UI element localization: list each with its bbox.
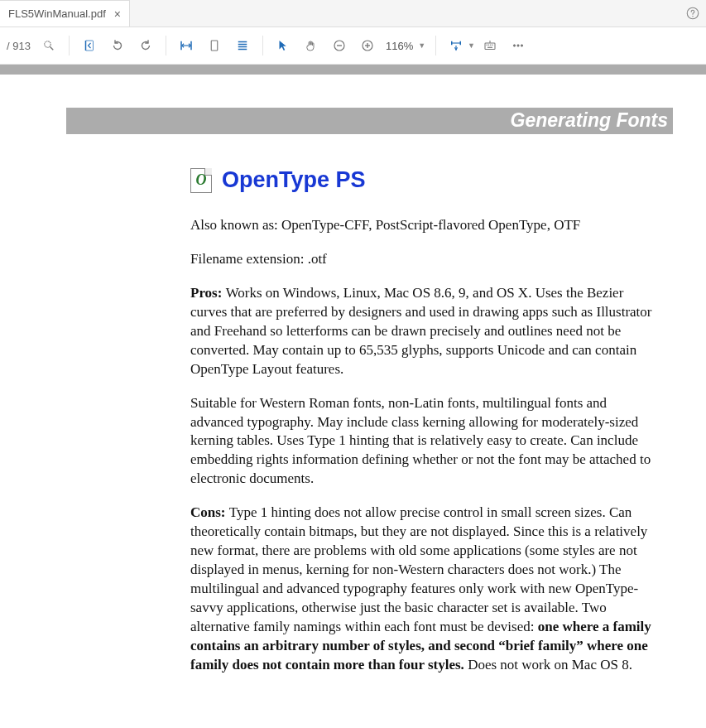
page-count: / 913 [7,40,31,52]
continuous-page-icon [235,38,250,53]
more-button[interactable] [505,32,531,59]
pros-paragraph: Pros: Works on Windows, Linux, Mac OS 8.… [190,284,656,379]
page-top-stripe [0,65,706,75]
svg-rect-4 [85,41,93,51]
reflow-button[interactable] [443,32,469,59]
page: Generating Fonts O OpenType PS Also know… [0,108,706,723]
reflow-caret-icon[interactable]: ▼ [468,41,475,50]
suitable-paragraph: Suitable for Western Roman fonts, non-La… [190,394,656,489]
zoom-dropdown[interactable]: 116% ▼ [382,40,429,52]
keyboard-icon [483,38,497,53]
select-tool-button[interactable] [270,32,296,59]
help-icon [685,6,700,21]
opentype-file-icon: O [190,168,212,193]
document-viewport: Generating Fonts O OpenType PS Also know… [0,65,706,723]
separator [69,36,70,55]
cons-label: Cons: [190,504,229,520]
keyboard-button[interactable] [477,32,503,59]
svg-point-30 [513,45,515,46]
toolbar: / 913 116% ▼ ▼ [0,27,706,65]
page-title: OpenType PS [222,167,366,193]
cons-text-c: Does not work on Mac OS 8. [464,657,632,673]
separator [435,36,436,55]
separator [166,36,166,55]
aka-line: Also known as: OpenType-CFF, PostScript-… [190,216,656,235]
zoom-value: 116% [386,40,413,52]
cursor-icon [276,38,291,53]
close-icon[interactable]: × [114,7,121,21]
svg-point-31 [517,45,519,46]
tab-strip: FLS5WinManual.pdf × [0,0,706,27]
document-tab[interactable]: FLS5WinManual.pdf × [0,0,130,27]
single-page-button[interactable] [201,32,228,59]
first-page-icon [82,38,97,53]
svg-point-2 [45,41,51,48]
rotate-ccw-icon [110,38,125,53]
fit-width-button[interactable] [173,32,199,59]
tabstrip-spacer [130,0,680,27]
help-button[interactable] [680,0,706,27]
ellipsis-icon [511,38,526,53]
svg-point-1 [692,16,694,17]
section-banner: Generating Fonts [66,108,673,134]
single-page-icon [207,38,222,53]
ext-value: .otf [308,251,327,267]
svg-rect-9 [211,41,218,51]
aka-value: OpenType-CFF, PostScript-flavored OpenTy… [281,217,580,233]
tab-title: FLS5WinManual.pdf [8,7,106,20]
pros-text: Works on Windows, Linux, Mac OS 8.6, 9, … [190,285,652,377]
go-to-first-page-button[interactable] [76,32,103,59]
caret-down-icon: ▼ [418,41,425,50]
fit-width-icon [179,38,194,53]
hand-icon [304,38,319,53]
ext-label: Filename extension: [190,251,308,267]
svg-rect-23 [485,43,495,50]
svg-line-3 [50,47,53,51]
svg-point-32 [521,45,522,46]
continuous-page-button[interactable] [229,32,256,59]
aka-label: Also known as: [190,217,281,233]
pros-label: Pros: [190,285,226,301]
cons-text-a: Type 1 hinting does not allow precise co… [190,504,647,634]
opentype-file-icon-letter: O [196,171,207,189]
rotate-ccw-button[interactable] [104,32,131,59]
heading-row: O OpenType PS [190,167,656,193]
reflow-icon [449,38,463,53]
ext-line: Filename extension: .otf [190,250,656,269]
cons-paragraph: Cons: Type 1 hinting does not allow prec… [190,504,656,674]
body-text: Also known as: OpenType-CFF, PostScript-… [190,216,656,675]
zoom-out-icon [332,38,347,53]
hand-tool-button[interactable] [298,32,324,59]
zoom-out-button[interactable] [326,32,353,59]
rotate-cw-icon [138,38,153,53]
zoom-in-icon [360,38,375,53]
find-button[interactable] [36,32,62,59]
zoom-in-button[interactable] [354,32,381,59]
rotate-cw-button[interactable] [132,32,159,59]
magnifier-icon [41,38,56,53]
separator [262,36,263,55]
page-count-total: 913 [12,40,31,52]
